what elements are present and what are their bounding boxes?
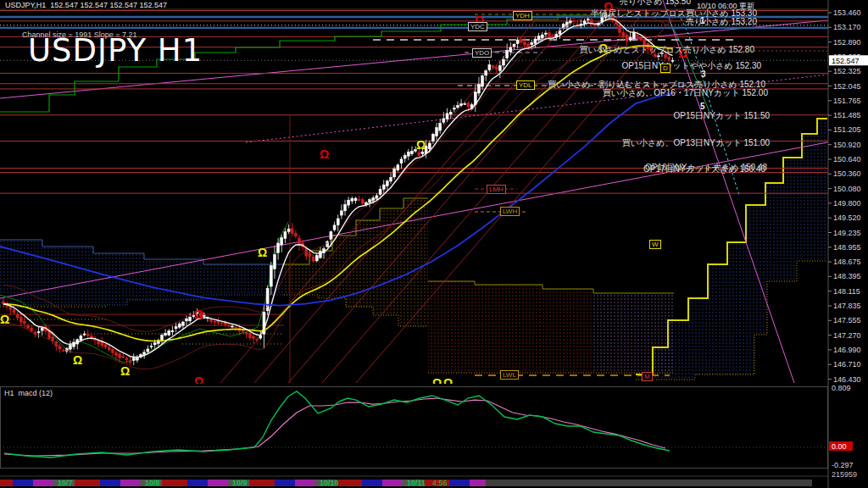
price-tick-label: 152.045 [833, 82, 861, 91]
current-price-label: 152.547 [832, 57, 860, 65]
date-label: 10/8 [145, 479, 160, 487]
watermark-title: USDJPY H1 [28, 32, 203, 69]
macd-scale-label: 0.809 [832, 384, 851, 392]
session-segment [0, 480, 13, 486]
price-annotation: 売り小さめ 153.50 [620, 0, 691, 8]
omega-marker-yellow: Ω [0, 313, 9, 326]
session-segment [75, 480, 100, 486]
price-tick-label: 149.800 [833, 199, 861, 208]
session-segment [208, 480, 227, 486]
price-tick-label: 147.270 [833, 331, 861, 340]
price-tick-label: 149.520 [833, 214, 861, 222]
price-annotation: 売り小さめ 153.20 [686, 16, 757, 28]
level-tag-ydo: YDO [472, 48, 492, 58]
level-tag-w: W [649, 240, 661, 249]
session-segment [382, 480, 402, 486]
session-segment [337, 480, 362, 486]
omega-marker-yellow: Ω [73, 353, 82, 367]
wave-count-label: 1 [700, 16, 705, 25]
price-tick-label: 151.765 [833, 97, 861, 105]
date-label: 10/9 [232, 479, 248, 487]
price-tick-label: 146.430 [833, 375, 861, 384]
session-segment [249, 480, 275, 486]
omega-marker-yellow: Ω [258, 246, 267, 259]
session-segment [33, 480, 53, 486]
price-tick-label: 148.115 [833, 287, 860, 296]
level-tag-ydl: YDL [516, 80, 535, 90]
macd-zero-label: 0.00 [832, 442, 847, 451]
session-segment [100, 480, 120, 486]
chart-canvas[interactable]: ΩΩΩΩΩΩΩΩΩΩΩΩΩΩ153.460153.170152.890152.6… [0, 0, 868, 488]
price-tick-label: 153.170 [833, 23, 861, 31]
price-tick-label: 150.640 [833, 155, 861, 164]
session-bar [0, 480, 812, 486]
price-annotation: 買い小さめ、OP13日NYカット 151.00 [622, 137, 770, 149]
price-tick-label: 146.990 [833, 346, 861, 354]
level-tag-lwh: LWH [500, 207, 520, 216]
level-tag-d: D [660, 64, 670, 73]
omega-marker-yellow: Ω [120, 364, 130, 378]
ichimoku-cloud-left [0, 240, 284, 305]
price-annotation: OP17日NYカット大きめ 150.40 [643, 164, 765, 175]
price-tick-label: 146.710 [833, 360, 861, 369]
omega-marker-red: Ω [194, 308, 203, 321]
level-tag-lwl: LWL [500, 370, 519, 380]
date-label: 10/11 [407, 479, 426, 487]
date-label: 10/7 [58, 479, 73, 487]
price-tick-label: 153.460 [833, 8, 861, 17]
wave-count-label: 5 [700, 102, 705, 111]
price-tick-label: 147.835 [833, 302, 861, 310]
session-segment [362, 480, 382, 486]
session-counter: 215959 [832, 470, 857, 479]
session-segment-offhours [486, 480, 812, 486]
price-tick-label: 147.555 [833, 316, 861, 324]
date-label: 10/10 [320, 479, 339, 487]
session-segment [120, 480, 140, 486]
price-tick-label: 150.920 [833, 141, 861, 149]
level-tag-lmh: LMH [487, 185, 506, 194]
session-segment [187, 480, 208, 486]
price-annotation: OP15日NYカットやや小さめ 152.30 [622, 60, 761, 72]
price-tick-label: 151.205 [833, 125, 861, 134]
symbol-ohlc-readout: USDJPY,H1 152.547 152.547 152.547 152.54… [5, 1, 167, 9]
session-segment [13, 480, 33, 486]
price-tick-label: 148.395 [833, 272, 861, 280]
session-segment [162, 480, 187, 486]
level-tag-ydc: YDC [468, 22, 487, 31]
omega-marker-red: Ω [320, 147, 329, 161]
price-tick-label: 152.890 [833, 38, 861, 47]
session-segment [470, 480, 486, 486]
wave-count-label: 3 [701, 69, 706, 79]
price-annotation: 買い小さめ、OP16・17日NYカット 152.00 [603, 87, 768, 99]
price-tick-label: 148.675 [833, 258, 861, 266]
panel-divider[interactable] [0, 383, 828, 385]
session-segment [275, 480, 295, 486]
session-segment [449, 480, 470, 486]
level-tag-m: M [642, 372, 653, 381]
session-segment [295, 480, 314, 486]
price-annotation: OP15日NYカット 151.50 [673, 110, 770, 122]
price-tick-label: 149.235 [833, 229, 861, 237]
session-extra-label: 4:56 [432, 479, 448, 487]
level-tag-ydh: YDH [513, 11, 532, 20]
price-annotation: 買い小さめとストップロス売り小さめ 152.80 [580, 44, 754, 56]
price-tick-label: 148.955 [833, 243, 861, 252]
price-tick-label: 150.360 [833, 169, 861, 178]
mt4-chart-window: ΩΩΩΩΩΩΩΩΩΩΩΩΩΩ153.460153.170152.890152.6… [0, 0, 868, 488]
price-tick-label: 150.080 [833, 185, 861, 193]
price-tick-label: 151.485 [833, 111, 861, 119]
macd-indicator-label: H1 macd (12) [4, 389, 53, 397]
price-tick-label: 152.325 [833, 67, 861, 75]
macd-scale-label: -0.297 [832, 461, 854, 469]
omega-marker-yellow: Ω [416, 138, 426, 152]
